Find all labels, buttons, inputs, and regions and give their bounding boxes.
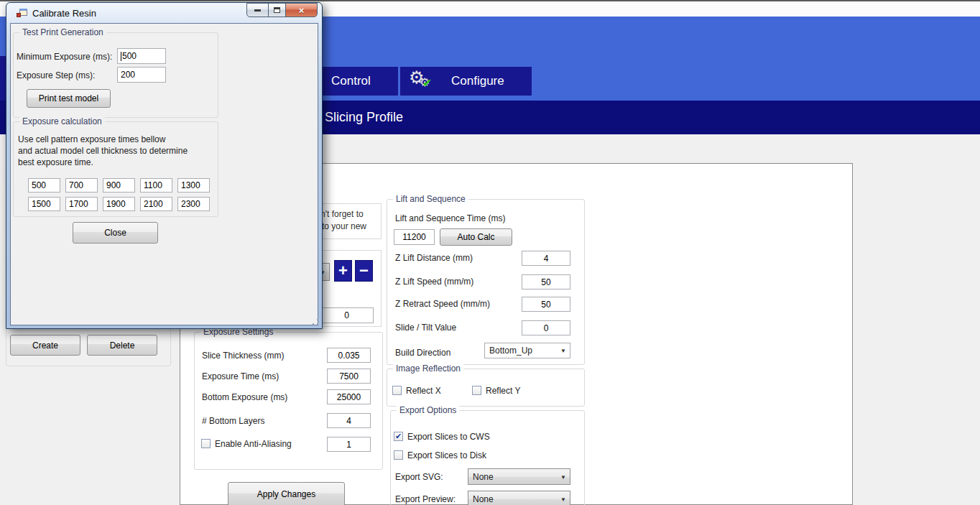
reflect-y-checkbox[interactable]	[472, 386, 481, 395]
exposure-step-input[interactable]: 200	[117, 67, 166, 83]
anti-aliasing-input[interactable]: 1	[327, 437, 371, 452]
min-exposure-input[interactable]: 500	[117, 48, 166, 64]
print-test-model-button[interactable]: Print test model	[27, 89, 111, 108]
dialog-calibrate-resin: Calibrate Resin × Test Print Generation …	[6, 2, 323, 329]
reflect-y-label: Reflect Y	[486, 386, 520, 396]
bottom-exposure-input[interactable]: 25000	[327, 389, 371, 404]
tab-configure[interactable]: ⚙ ⚙ ✔ Configure	[400, 67, 532, 96]
calc-cell-input[interactable]: 1500	[28, 197, 60, 211]
bottom-layers-input[interactable]: 4	[327, 413, 371, 428]
maximize-button[interactable]	[268, 3, 286, 17]
tab-control[interactable]: Control	[321, 67, 398, 96]
calc-cell-input[interactable]: 2100	[140, 197, 172, 211]
group-title: Test Print Generation	[19, 27, 106, 37]
chevron-down-icon: ▼	[560, 348, 566, 354]
anti-aliasing-checkbox[interactable]	[201, 439, 211, 448]
check-icon: ✔	[395, 432, 402, 441]
bottom-exposure-label: Bottom Exposure (ms)	[202, 392, 287, 402]
calc-cell-input[interactable]: 1700	[65, 197, 98, 211]
z-lift-speed-input[interactable]: 50	[522, 274, 570, 289]
export-svg-value: None	[473, 472, 494, 482]
z-lift-speed-label: Z Lift Speed (mm/m)	[395, 277, 473, 287]
add-profile-button[interactable]: +	[334, 260, 352, 282]
note-line-2: to your new	[322, 221, 366, 231]
z-retract-speed-input[interactable]: 50	[522, 297, 570, 312]
slide-tilt-label: Slide / Tilt Value	[395, 323, 456, 333]
build-direction-label: Build Direction	[395, 348, 450, 358]
export-preview-label: Export Preview:	[395, 494, 456, 504]
export-cws-checkbox[interactable]: ✔	[394, 432, 403, 441]
calc-cell-input[interactable]: 1300	[177, 178, 210, 193]
green-check-icon: ✔	[422, 76, 432, 90]
group-title: Lift and Sequence	[393, 194, 468, 204]
apply-changes-button[interactable]: Apply Changes	[228, 482, 345, 505]
exposure-time-label: Exposure Time (ms)	[202, 371, 279, 381]
build-direction-value: Bottom_Up	[489, 346, 532, 356]
calc-cell-input[interactable]: 2300	[177, 197, 210, 211]
slice-thickness-label: Slice Thickness (mm)	[202, 351, 284, 361]
exposure-time-input[interactable]: 7500	[327, 369, 371, 384]
text-caret	[121, 52, 121, 61]
slice-thickness-input[interactable]: 0.035	[327, 348, 371, 363]
resize-grip[interactable]	[312, 318, 319, 325]
export-disk-label: Export Slices to Disk	[407, 450, 486, 460]
delete-button[interactable]: Delete	[87, 335, 157, 356]
export-preview-value: None	[473, 494, 494, 504]
minimize-button[interactable]	[246, 3, 269, 17]
export-cws-label: Export Slices to CWS	[407, 432, 490, 442]
reflect-x-checkbox[interactable]	[392, 386, 402, 395]
calc-cell-input[interactable]: 500	[28, 178, 60, 193]
note-box: n't forget to to your new	[318, 203, 382, 239]
z-retract-speed-label: Z Retract Speed (mm/m)	[395, 299, 490, 309]
group-title: Exposure calculation	[19, 116, 105, 126]
build-direction-select[interactable]: Bottom_Up ▼	[484, 343, 570, 358]
note-line-1: n't forget to	[320, 209, 364, 219]
close-dialog-button[interactable]: Close	[73, 222, 158, 244]
calc-cell-input[interactable]: 1900	[103, 197, 135, 211]
reflect-x-label: Reflect X	[406, 386, 441, 396]
bottom-layers-label: # Bottom Layers	[202, 416, 264, 426]
screen: Control ⚙ ⚙ ✔ Configure Slicing Profile …	[0, 0, 980, 505]
group-title: Export Options	[397, 405, 459, 415]
minimize-icon	[254, 9, 261, 11]
remove-profile-button[interactable]: −	[355, 260, 373, 282]
form-icon	[17, 9, 27, 18]
calc-cell-input[interactable]: 700	[65, 178, 98, 193]
z-lift-distance-label: Z Lift Distance (mm)	[395, 253, 473, 263]
calc-cell-input[interactable]: 900	[103, 178, 135, 193]
group-title: Image Reflection	[393, 363, 463, 374]
export-svg-label: Export SVG:	[395, 472, 443, 482]
gears-icon: ⚙ ⚙ ✔	[409, 69, 442, 93]
export-svg-select[interactable]: None ▼	[468, 468, 570, 485]
chevron-down-icon: ▼	[560, 496, 566, 502]
anti-aliasing-label: Enable Anti-Aliasing	[215, 439, 292, 449]
export-preview-select[interactable]: None ▼	[468, 491, 570, 505]
export-disk-checkbox[interactable]	[394, 450, 403, 460]
close-icon: ×	[299, 5, 305, 16]
close-window-button[interactable]: ×	[285, 3, 318, 17]
tab-control-label: Control	[321, 74, 371, 88]
create-button[interactable]: Create	[10, 335, 80, 356]
dialog-title: Calibrate Resin	[32, 8, 96, 19]
calc-cell-input[interactable]: 1100	[140, 178, 172, 193]
chevron-down-icon: ▼	[560, 473, 566, 480]
exposure-step-label: Exposure Step (ms):	[17, 70, 95, 80]
slide-tilt-input[interactable]: 0	[522, 320, 570, 335]
lift-time-label: Lift and Sequence Time (ms)	[395, 213, 505, 223]
maximize-icon	[274, 7, 280, 13]
z-lift-distance-input[interactable]: 4	[522, 251, 570, 266]
lift-time-input[interactable]: 11200	[394, 229, 435, 245]
calc-description: Use cell pattern exposure times bellow a…	[18, 134, 188, 168]
auto-calc-button[interactable]: Auto Calc	[440, 228, 512, 246]
min-exposure-label: Minimum Exposure (ms):	[17, 52, 112, 62]
profile-count-field[interactable]: 0	[320, 307, 374, 323]
